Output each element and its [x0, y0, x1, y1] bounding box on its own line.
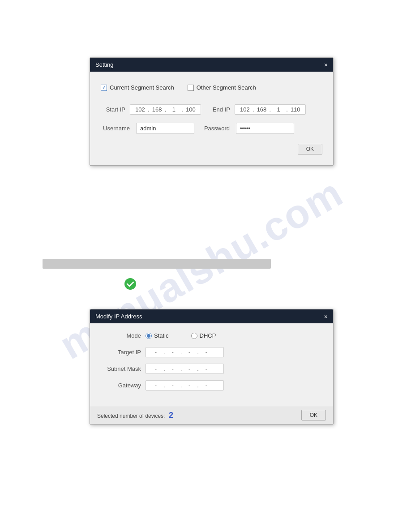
gateway-part3[interactable]	[182, 382, 197, 389]
end-ip-part1[interactable]	[238, 106, 252, 113]
other-segment-option[interactable]: Other Segment Search	[188, 84, 256, 91]
setting-btn-row: OK	[101, 144, 322, 154]
credentials-row: Username Password	[101, 123, 322, 134]
start-ip-part2[interactable]	[150, 106, 164, 113]
gateway-part1[interactable]	[149, 382, 163, 389]
gateway-part2[interactable]	[166, 382, 180, 389]
password-label: Password	[201, 125, 230, 132]
modify-bottom-bar: Selected number of devices: 2 OK	[90, 406, 333, 424]
modify-body: Mode Static DHCP Target IP . . .	[90, 323, 333, 406]
gateway-part4[interactable]	[199, 382, 214, 389]
gateway-label: Gateway	[101, 382, 141, 389]
setting-body: Current Segment Search Other Segment Sea…	[90, 72, 333, 165]
setting-titlebar: Setting ×	[90, 58, 333, 72]
dhcp-label: DHCP	[200, 332, 216, 339]
current-segment-checkbox[interactable]	[101, 85, 107, 91]
start-ip-part3[interactable]	[167, 106, 181, 113]
current-segment-label: Current Segment Search	[110, 84, 174, 91]
subnet-mask-row: Subnet Mask . . .	[101, 364, 322, 374]
setting-close-button[interactable]: ×	[324, 62, 328, 68]
current-segment-option[interactable]: Current Segment Search	[101, 84, 174, 91]
password-input[interactable]	[236, 123, 294, 134]
other-segment-label: Other Segment Search	[197, 84, 256, 91]
gray-bar	[43, 259, 271, 269]
start-ip-input[interactable]: . . .	[130, 104, 201, 115]
username-input[interactable]	[136, 123, 194, 134]
setting-ok-button[interactable]: OK	[298, 144, 322, 154]
subnet-mask-input[interactable]: . . .	[146, 364, 224, 374]
green-check-icon	[124, 278, 137, 290]
modify-close-button[interactable]: ×	[324, 313, 328, 320]
subnet-mask-label: Subnet Mask	[101, 365, 141, 372]
dhcp-radio[interactable]	[191, 333, 197, 339]
target-ip-part1[interactable]	[149, 349, 163, 356]
end-ip-label: End IP	[206, 106, 230, 113]
modify-dialog: Modify IP Address × Mode Static DHCP Tar…	[90, 309, 334, 425]
subnet-part1[interactable]	[149, 365, 163, 372]
static-radio[interactable]	[146, 333, 152, 339]
static-option[interactable]: Static	[146, 332, 169, 339]
dhcp-option[interactable]: DHCP	[191, 332, 216, 339]
start-ip-part1[interactable]	[133, 106, 147, 113]
target-ip-row: Target IP . . .	[101, 347, 322, 357]
subnet-part2[interactable]	[166, 365, 180, 372]
end-ip-part3[interactable]	[271, 106, 286, 113]
start-ip-label: Start IP	[101, 106, 125, 113]
mode-label: Mode	[101, 332, 141, 339]
setting-dialog: Setting × Current Segment Search Other S…	[90, 57, 334, 166]
selected-devices-count: 2	[169, 411, 173, 420]
end-ip-part4[interactable]	[288, 106, 303, 113]
target-ip-part3[interactable]	[182, 349, 197, 356]
selected-devices-info: Selected number of devices: 2	[97, 411, 173, 420]
target-ip-part2[interactable]	[166, 349, 180, 356]
selected-devices-label: Selected number of devices:	[97, 413, 165, 419]
modify-titlebar: Modify IP Address ×	[90, 309, 333, 323]
subnet-part4[interactable]	[199, 365, 214, 372]
segment-options-row: Current Segment Search Other Segment Sea…	[101, 81, 322, 94]
subnet-part3[interactable]	[182, 365, 197, 372]
target-ip-input[interactable]: . . .	[146, 347, 224, 357]
target-ip-label: Target IP	[101, 349, 141, 356]
ip-range-row: Start IP . . . End IP . . .	[101, 104, 322, 115]
svg-point-0	[124, 278, 136, 290]
start-ip-part4[interactable]	[184, 106, 198, 113]
modify-title: Modify IP Address	[95, 313, 142, 320]
gateway-input[interactable]: . . .	[146, 380, 224, 390]
setting-title: Setting	[95, 61, 113, 68]
username-label: Username	[101, 125, 130, 132]
static-label: Static	[154, 332, 169, 339]
target-ip-part4[interactable]	[199, 349, 214, 356]
gateway-row: Gateway . . .	[101, 380, 322, 390]
modify-ok-button[interactable]: OK	[301, 410, 326, 420]
end-ip-part2[interactable]	[255, 106, 269, 113]
other-segment-checkbox[interactable]	[188, 85, 194, 91]
mode-row: Mode Static DHCP	[101, 332, 322, 339]
end-ip-input[interactable]: . . .	[235, 104, 306, 115]
